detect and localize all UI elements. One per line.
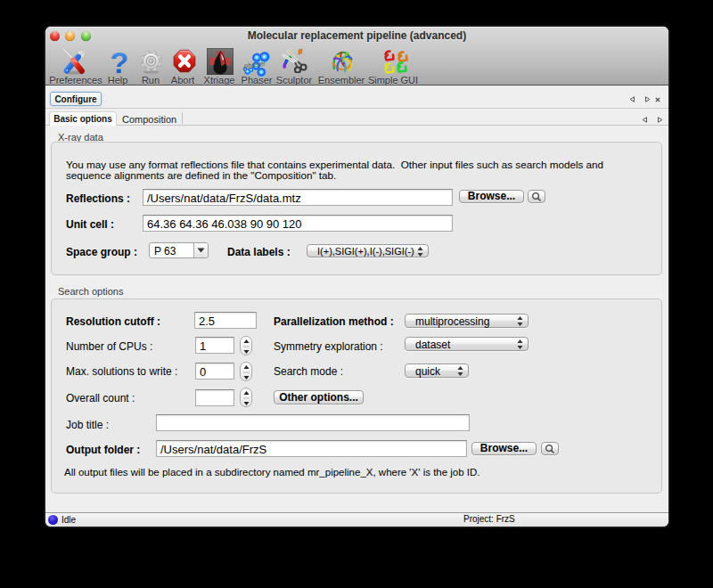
svg-text:?: ? xyxy=(111,48,129,75)
